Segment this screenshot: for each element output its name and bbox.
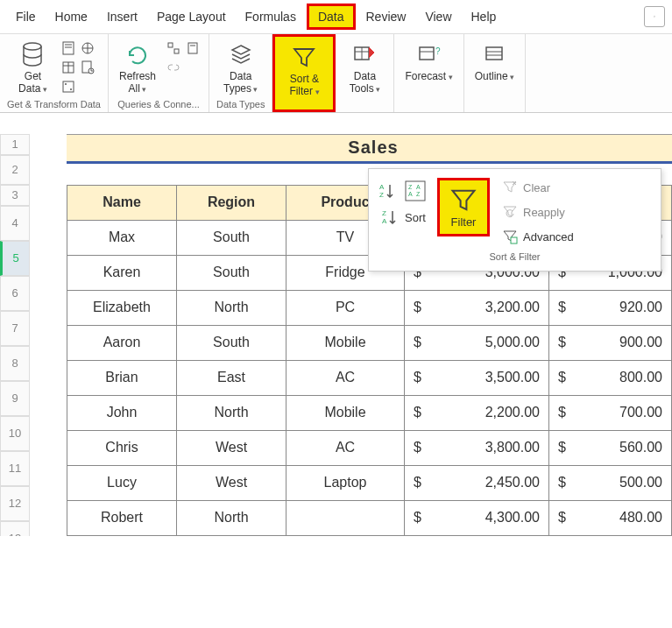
cell-region[interactable]: North <box>177 395 286 430</box>
cell-region[interactable]: West <box>177 465 286 500</box>
tab-file[interactable]: File <box>7 6 45 27</box>
get-data-button[interactable]: Get Data <box>11 39 54 97</box>
cell-region[interactable]: West <box>177 430 286 465</box>
cell-region[interactable]: South <box>177 325 286 360</box>
cell-commission[interactable]: $900.00 <box>549 325 672 360</box>
col-name[interactable]: Name <box>67 185 177 220</box>
cell-name[interactable]: Brian <box>67 360 177 395</box>
cell-commission[interactable]: $560.00 <box>549 430 672 465</box>
queries-mini-icons <box>165 39 202 76</box>
cell-commission[interactable]: $500.00 <box>549 465 672 500</box>
tab-formulas[interactable]: Formulas <box>237 6 305 27</box>
tab-review[interactable]: Review <box>357 6 415 27</box>
cell-sales[interactable]: $2,200.00 <box>405 395 549 430</box>
cell-product[interactable]: AC <box>286 360 405 395</box>
filter-button[interactable]: Filter <box>437 178 490 236</box>
outline-button[interactable]: Outline <box>471 39 519 85</box>
cell-product[interactable]: Laptop <box>286 465 405 500</box>
cell-commission[interactable]: $800.00 <box>549 360 672 395</box>
svg-rect-14 <box>174 49 179 53</box>
tab-view[interactable]: View <box>416 6 460 27</box>
cell-commission[interactable]: $700.00 <box>549 395 672 430</box>
from-text-icon[interactable] <box>60 39 77 57</box>
recent-sources-icon[interactable] <box>79 59 96 76</box>
row-header[interactable]: 13 <box>0 521 30 536</box>
svg-text:A: A <box>408 191 413 197</box>
tab-page-layout[interactable]: Page Layout <box>148 6 235 27</box>
tab-help[interactable]: Help <box>463 6 506 27</box>
clear-button[interactable]: Clear <box>499 178 577 197</box>
advanced-button[interactable]: Advanced <box>499 227 577 246</box>
queries-connections-icon[interactable] <box>165 39 182 57</box>
row-header[interactable]: 9 <box>0 381 30 416</box>
data-types-label: Data Types <box>223 71 258 95</box>
cell-sales[interactable]: $3,800.00 <box>405 430 549 465</box>
cell-name[interactable]: Elizabeth <box>67 290 177 325</box>
existing-connections-icon[interactable] <box>60 78 77 95</box>
cell-name[interactable]: Karen <box>67 255 177 290</box>
row-header[interactable]: 11 <box>0 451 30 486</box>
sort-desc-icon[interactable]: ZA <box>380 208 400 227</box>
row-header[interactable]: 8 <box>0 346 30 381</box>
tab-home[interactable]: Home <box>46 6 96 27</box>
table-row: LucyWestLaptop$2,450.00$500.00 <box>67 465 672 500</box>
tab-insert[interactable]: Insert <box>98 6 146 27</box>
database-icon <box>18 41 46 69</box>
group-get-transform: Get Data Get & Transform Data <box>0 34 109 112</box>
row-header[interactable]: 10 <box>0 416 30 451</box>
cell-sales[interactable]: $5,000.00 <box>405 325 549 360</box>
row-header[interactable]: 7 <box>0 311 30 346</box>
funnel-icon <box>449 186 478 215</box>
cell-name[interactable]: Robert <box>67 500 177 535</box>
cell-region[interactable]: East <box>177 360 286 395</box>
cell-name[interactable]: Chris <box>67 430 177 465</box>
cell-product[interactable]: AC <box>286 430 405 465</box>
row-header[interactable]: 4 <box>0 206 30 241</box>
row-header[interactable]: 1 <box>0 134 30 155</box>
dropdown-caption: Sort & Filter <box>378 251 652 262</box>
ribbon: Get Data Get & Transform Data Refresh Al… <box>0 34 672 113</box>
from-web-icon[interactable] <box>79 39 96 57</box>
cell-product[interactable]: Mobile <box>286 325 405 360</box>
cell-name[interactable]: John <box>67 395 177 430</box>
edit-links-icon[interactable] <box>165 59 182 76</box>
cell-sales[interactable]: $4,300.00 <box>405 500 549 535</box>
reapply-button[interactable]: Reapply <box>499 202 577 222</box>
refresh-all-button[interactable]: Refresh All <box>116 39 159 97</box>
cell-product[interactable]: PC <box>286 290 405 325</box>
sort-dialog-icon[interactable]: ZAAZ <box>402 178 428 204</box>
cell-product[interactable]: Mobile <box>286 395 405 430</box>
row-header[interactable]: 12 <box>0 486 30 521</box>
cell-region[interactable]: North <box>177 500 286 535</box>
cell-region[interactable]: South <box>177 255 286 290</box>
data-tools-button[interactable]: Data Tools <box>343 39 386 97</box>
sheet-title[interactable]: Sales <box>67 134 672 164</box>
cell-name[interactable]: Lucy <box>67 465 177 500</box>
tab-data[interactable]: Data <box>307 4 356 30</box>
cell-sales[interactable]: $2,450.00 <box>405 465 549 500</box>
svg-text:Z: Z <box>379 191 384 199</box>
cell-sales[interactable]: $3,200.00 <box>405 290 549 325</box>
row-header[interactable]: 5 <box>0 241 30 276</box>
sort-asc-icon[interactable]: AZ <box>378 181 397 201</box>
sort-filter-button[interactable]: Sort & Filter <box>282 42 326 100</box>
cell-region[interactable]: North <box>177 290 286 325</box>
cell-name[interactable]: Aaron <box>67 325 177 360</box>
from-table-icon[interactable] <box>60 59 77 76</box>
row-header[interactable]: 3 <box>0 185 30 206</box>
forecast-button[interactable]: ? Forecast <box>401 39 456 85</box>
properties-icon[interactable] <box>184 39 202 57</box>
cell-name[interactable]: Max <box>67 220 177 255</box>
cell-sales[interactable]: $3,500.00 <box>405 360 549 395</box>
row-header[interactable]: 2 <box>0 155 30 185</box>
data-types-button[interactable]: Data Types <box>219 39 263 97</box>
svg-text:Z: Z <box>408 184 413 190</box>
cell-commission[interactable]: $480.00 <box>549 500 672 535</box>
row-header[interactable]: 6 <box>0 276 30 311</box>
cell-commission[interactable]: $920.00 <box>549 290 672 325</box>
col-region[interactable]: Region <box>177 185 286 220</box>
forecast-label: Forecast <box>405 71 452 83</box>
cell-product[interactable] <box>286 500 405 535</box>
comments-icon[interactable] <box>644 6 665 27</box>
cell-region[interactable]: South <box>177 220 286 255</box>
